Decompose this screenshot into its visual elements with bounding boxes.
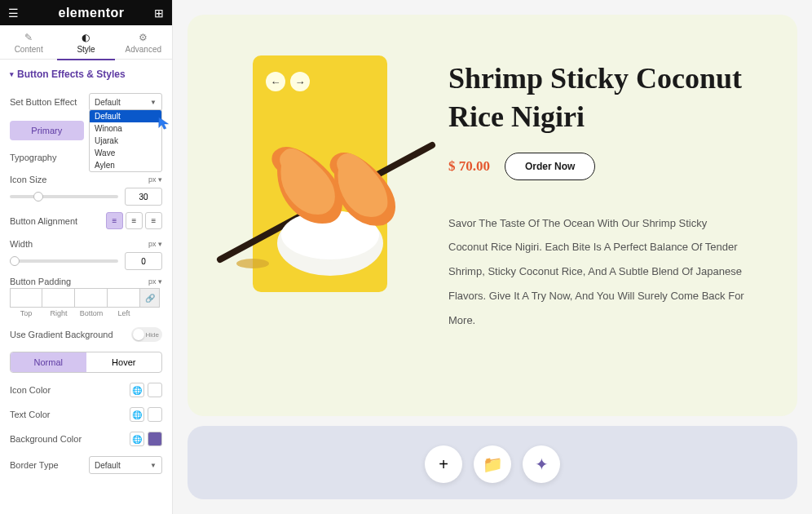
toggle-knob bbox=[133, 329, 144, 340]
gradient-toggle[interactable]: Hide bbox=[131, 327, 162, 342]
bottom-panel: + 📁 ✦ bbox=[188, 426, 797, 499]
gradient-label: Use Gradient Background bbox=[10, 330, 113, 339]
next-arrow-icon[interactable]: → bbox=[290, 72, 310, 91]
nav-arrows: ← → bbox=[266, 72, 310, 91]
folder-button[interactable]: 📁 bbox=[474, 445, 511, 483]
control-bg-color: Background Color 🌐 bbox=[0, 427, 172, 451]
gear-icon: ⚙ bbox=[115, 32, 172, 43]
dropdown-item-aylen[interactable]: Aylen bbox=[90, 159, 161, 171]
pencil-icon: ✎ bbox=[0, 32, 57, 43]
state-hover[interactable]: Hover bbox=[86, 352, 162, 372]
control-effect: Set Button Effect Default ▼ Default Wino… bbox=[0, 88, 172, 116]
state-normal[interactable]: Normal bbox=[11, 352, 86, 372]
text-color-label: Text Color bbox=[10, 410, 51, 419]
primary-button[interactable]: Primary bbox=[10, 121, 84, 140]
globe-icon[interactable]: 🌐 bbox=[130, 383, 144, 397]
slider-thumb[interactable] bbox=[33, 192, 43, 202]
width-slider-row bbox=[0, 249, 172, 272]
globe-icon[interactable]: 🌐 bbox=[130, 432, 144, 446]
control-padding: Button Padding px ▾ bbox=[0, 272, 172, 288]
effect-dropdown: Default Winona Ujarak Wave Aylen bbox=[89, 109, 162, 172]
width-slider[interactable] bbox=[10, 259, 118, 263]
align-center-icon[interactable]: ≡ bbox=[126, 212, 143, 229]
effect-select[interactable]: Default ▼ bbox=[89, 93, 162, 111]
chevron-down-icon: ▼ bbox=[150, 99, 157, 106]
description: Savor The Taste Of The Ocean With Our Sh… bbox=[448, 211, 748, 333]
width-label: Width bbox=[10, 239, 33, 249]
icon-size-input[interactable] bbox=[125, 188, 162, 206]
folder-icon: 📁 bbox=[483, 454, 503, 474]
price: $ 70.00 bbox=[448, 158, 490, 175]
food-image bbox=[212, 121, 440, 284]
sidebar: ☰ elementor ⊞ ✎ Content ◐ Style ⚙ Advanc… bbox=[0, 0, 173, 514]
apps-icon[interactable]: ⊞ bbox=[154, 7, 164, 20]
logo: elementor bbox=[59, 6, 125, 20]
dropdown-item-wave[interactable]: Wave bbox=[90, 147, 161, 159]
icon-size-slider[interactable] bbox=[10, 195, 118, 198]
tab-content[interactable]: ✎ Content bbox=[0, 25, 57, 59]
padding-label: Button Padding bbox=[10, 277, 71, 286]
padding-top-input[interactable] bbox=[10, 288, 42, 308]
add-button[interactable]: + bbox=[425, 445, 462, 483]
svg-point-3 bbox=[236, 259, 269, 268]
padding-inputs: 🔗 bbox=[0, 288, 172, 308]
control-icon-color: Icon Color 🌐 bbox=[0, 378, 172, 402]
padding-right-input[interactable] bbox=[42, 288, 75, 308]
section-button-effects[interactable]: ▾ Button Effects & Styles bbox=[0, 60, 172, 88]
product-image-area: ← → bbox=[236, 55, 399, 317]
slider-thumb[interactable] bbox=[10, 256, 20, 266]
border-type-select[interactable]: Default ▼ bbox=[89, 456, 162, 474]
width-input[interactable] bbox=[125, 252, 162, 270]
prev-arrow-icon[interactable]: ← bbox=[266, 72, 285, 91]
width-unit[interactable]: px ▾ bbox=[148, 240, 162, 248]
padding-bottom-input[interactable] bbox=[75, 288, 108, 308]
effect-label: Set Button Effect bbox=[10, 97, 77, 107]
dish-title: Shrimp Sticky Coconut Rice Nigiri bbox=[448, 60, 748, 136]
text-color-swatch[interactable] bbox=[148, 407, 162, 422]
state-segmented: Normal Hover bbox=[0, 347, 172, 378]
control-text-color: Text Color 🌐 bbox=[0, 402, 172, 427]
canvas-panel: ← → Shrimp Stic bbox=[188, 15, 797, 416]
tab-style[interactable]: ◐ Style bbox=[57, 25, 114, 59]
bg-color-label: Background Color bbox=[10, 434, 82, 444]
dropdown-item-default[interactable]: Default bbox=[90, 110, 161, 122]
ai-icon: ✦ bbox=[535, 454, 549, 474]
control-alignment: Button Alignment ≡ ≡ ≡ bbox=[0, 207, 172, 234]
padding-unit[interactable]: px ▾ bbox=[148, 277, 162, 286]
alignment-label: Button Alignment bbox=[10, 216, 77, 226]
order-button[interactable]: Order Now bbox=[505, 153, 595, 180]
plus-icon: + bbox=[439, 455, 448, 474]
icon-size-slider-row bbox=[0, 184, 172, 207]
control-border-type: Border Type Default ▼ bbox=[0, 451, 172, 479]
menu-icon[interactable]: ☰ bbox=[8, 7, 19, 20]
border-type-label: Border Type bbox=[10, 460, 59, 470]
tab-advanced[interactable]: ⚙ Advanced bbox=[115, 25, 172, 59]
control-width: Width px ▾ bbox=[0, 234, 172, 249]
typography-label: Typography bbox=[10, 153, 56, 162]
chevron-down-icon: ▼ bbox=[150, 462, 157, 469]
align-right-icon[interactable]: ≡ bbox=[145, 212, 162, 229]
price-row: $ 70.00 Order Now bbox=[448, 153, 748, 180]
padding-labels: Top Right Bottom Left bbox=[0, 308, 172, 322]
icon-size-unit[interactable]: px ▾ bbox=[148, 175, 162, 184]
sidebar-header: ☰ elementor ⊞ bbox=[0, 0, 172, 25]
icon-color-label: Icon Color bbox=[10, 385, 51, 395]
icon-size-label: Icon Size bbox=[10, 175, 46, 184]
canvas: ← → Shrimp Stic bbox=[173, 0, 812, 514]
bg-color-swatch[interactable] bbox=[148, 432, 162, 446]
dropdown-item-winona[interactable]: Winona bbox=[90, 122, 161, 135]
droplet-icon: ◐ bbox=[57, 32, 114, 43]
padding-link-icon[interactable]: 🔗 bbox=[140, 288, 160, 308]
control-gradient: Use Gradient Background Hide bbox=[0, 322, 172, 347]
align-left-icon[interactable]: ≡ bbox=[106, 212, 123, 229]
icon-color-swatch[interactable] bbox=[148, 383, 162, 397]
cursor-pointer-icon bbox=[157, 116, 172, 131]
content-area: Shrimp Sticky Coconut Rice Nigiri $ 70.0… bbox=[448, 55, 748, 383]
tabs: ✎ Content ◐ Style ⚙ Advanced bbox=[0, 25, 172, 60]
ai-button[interactable]: ✦ bbox=[523, 445, 560, 483]
globe-icon[interactable]: 🌐 bbox=[130, 407, 144, 422]
caret-down-icon: ▾ bbox=[10, 70, 14, 78]
dropdown-item-ujarak[interactable]: Ujarak bbox=[90, 135, 161, 147]
padding-left-input[interactable] bbox=[108, 288, 140, 308]
